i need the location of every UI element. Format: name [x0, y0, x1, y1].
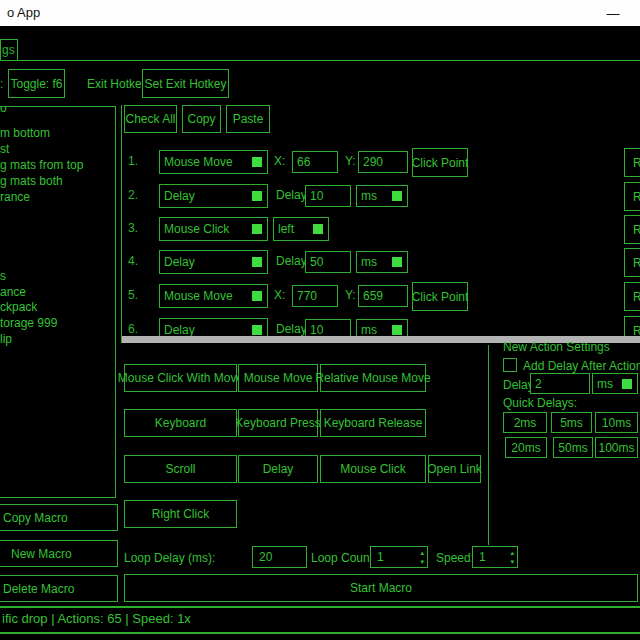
quick-delay-2ms-button[interactable]: 2ms — [503, 412, 547, 433]
dropdown-arrow-icon — [252, 224, 262, 234]
loop-count-label: Loop Count: — [311, 551, 376, 565]
quick-delay-50ms-button[interactable]: 50ms — [553, 437, 593, 458]
speed-stepper[interactable]: 1 ▴ ▾ — [472, 546, 518, 568]
action-type-value: Delay — [164, 255, 195, 269]
macro-list-item[interactable]: rance — [0, 190, 30, 205]
action-type-value: Mouse Click — [164, 222, 229, 236]
macro-listbox[interactable]: o m bottom st g mats from top g mats bot… — [0, 106, 116, 498]
click-point-button[interactable]: Click Point — [412, 148, 468, 177]
click-button-select[interactable]: left — [273, 217, 329, 241]
macro-list-item[interactable]: torage 999 — [0, 316, 57, 331]
macro-list-item[interactable]: g mats from top — [0, 158, 83, 173]
macro-list-item[interactable]: g mats both — [0, 174, 63, 189]
delay-unit-select[interactable]: ms — [356, 185, 408, 207]
macro-list-item[interactable]: ance — [0, 285, 26, 300]
dropdown-arrow-icon — [252, 157, 262, 167]
title-bar: o App — — [0, 0, 640, 26]
minimize-icon[interactable]: — — [600, 0, 626, 26]
actions-list[interactable]: 1. Mouse Move X: Y: Click Point R 2. Del… — [121, 140, 640, 337]
delete-macro-button[interactable]: Delete Macro — [0, 575, 118, 602]
delay-value-input[interactable] — [305, 319, 351, 337]
copy-macro-button[interactable]: Copy Macro — [0, 504, 118, 531]
quick-delay-5ms-button[interactable]: 5ms — [551, 412, 592, 433]
add-open-link-button[interactable]: Open Link — [428, 455, 481, 483]
quick-delay-100ms-button[interactable]: 100ms — [595, 437, 638, 458]
action-row: 1. Mouse Move X: Y: Click Point R — [121, 148, 640, 177]
loop-count-stepper[interactable]: 1 ▴ ▾ — [370, 546, 428, 568]
add-right-click-button[interactable]: Right Click — [124, 500, 237, 528]
action-row: 5. Mouse Move X: Y: Click Point R — [121, 282, 640, 311]
remove-action-button[interactable]: R — [624, 248, 640, 277]
macro-list-item[interactable]: s — [0, 269, 6, 284]
macro-list-item[interactable]: lip — [0, 332, 12, 347]
delay-value-input[interactable] — [305, 185, 351, 207]
hotkey-label-fragment: : — [0, 77, 3, 91]
loop-delay-input[interactable] — [252, 546, 307, 568]
y-coordinate-input[interactable] — [358, 151, 408, 173]
status-bar-bottom-border — [0, 632, 640, 634]
delay-unit-select[interactable]: ms — [356, 319, 408, 337]
dropdown-arrow-icon — [392, 191, 402, 201]
new-macro-button[interactable]: New Macro — [0, 540, 118, 567]
action-type-select[interactable]: Mouse Move — [159, 284, 268, 308]
tab-settings[interactable]: gs — [0, 39, 18, 60]
add-mouse-click-with-move-button[interactable]: Mouse Click With Move — [124, 364, 237, 392]
spin-down-icon[interactable]: ▾ — [420, 557, 424, 566]
y-coordinate-input[interactable] — [358, 285, 408, 307]
add-mouse-move-button[interactable]: Mouse Move — [238, 364, 318, 392]
add-scroll-button[interactable]: Scroll — [124, 455, 237, 483]
action-row: 6. Delay Delay ms R — [121, 316, 640, 337]
delay-unit-select[interactable]: ms — [356, 251, 408, 273]
macro-list-item[interactable]: st — [0, 142, 9, 157]
new-delay-input[interactable] — [530, 373, 590, 394]
x-coordinate-input[interactable] — [292, 151, 338, 173]
remove-action-button[interactable]: R — [624, 282, 640, 311]
action-type-select[interactable]: Mouse Click — [159, 217, 268, 241]
add-mouse-click-button[interactable]: Mouse Click — [320, 455, 426, 483]
action-type-select[interactable]: Delay — [159, 250, 268, 274]
action-number: 5. — [128, 288, 138, 302]
action-type-select[interactable]: Mouse Move — [159, 150, 268, 174]
delay-unit-value: ms — [361, 323, 377, 337]
macro-list-item[interactable]: ckpack — [0, 300, 37, 315]
new-delay-unit-select[interactable]: ms — [592, 373, 638, 394]
add-relative-mouse-move-button[interactable]: Relative Mouse Move — [320, 364, 426, 392]
add-keyboard-press-button[interactable]: Keyboard Press — [238, 409, 318, 437]
set-exit-hotkey-button[interactable]: Set Exit Hotkey — [142, 69, 229, 98]
paste-actions-button[interactable]: Paste — [226, 105, 270, 133]
check-all-button[interactable]: Check All — [124, 105, 177, 133]
start-macro-button[interactable]: Start Macro — [124, 574, 638, 602]
quick-delay-10ms-button[interactable]: 10ms — [595, 412, 638, 433]
remove-action-button[interactable]: R — [624, 182, 640, 211]
add-delay-checkbox[interactable] — [503, 358, 517, 372]
toggle-hotkey-button[interactable]: Toggle: f6 — [8, 69, 65, 98]
add-delay-button[interactable]: Delay — [238, 455, 318, 483]
delay-value-input[interactable] — [305, 251, 351, 273]
loop-count-value: 1 — [377, 550, 384, 564]
spin-up-icon[interactable]: ▴ — [510, 548, 514, 557]
status-bar-top-border — [0, 606, 640, 608]
spin-up-icon[interactable]: ▴ — [420, 548, 424, 557]
remove-action-button[interactable]: R — [624, 215, 640, 244]
remove-action-button[interactable]: R — [624, 148, 640, 177]
delay-label: Delay — [276, 322, 307, 336]
macro-list-item[interactable]: m bottom — [0, 126, 50, 141]
x-coordinate-input[interactable] — [292, 285, 338, 307]
macro-list-item[interactable]: o — [0, 106, 7, 116]
quick-delay-20ms-button[interactable]: 20ms — [505, 437, 547, 458]
add-delay-label: Add Delay After Action — [523, 359, 640, 373]
quick-delays-label: Quick Delays: — [503, 396, 577, 410]
dropdown-arrow-icon — [392, 257, 402, 267]
add-keyboard-release-button[interactable]: Keyboard Release — [320, 409, 426, 437]
add-keyboard-button[interactable]: Keyboard — [124, 409, 237, 437]
spin-down-icon[interactable]: ▾ — [510, 557, 514, 566]
copy-actions-button[interactable]: Copy — [182, 105, 221, 133]
click-point-button[interactable]: Click Point — [412, 282, 468, 311]
settings-panel-divider — [488, 345, 489, 545]
action-type-select[interactable]: Delay — [159, 318, 268, 337]
status-bar-text: ific drop | Actions: 65 | Speed: 1x — [2, 611, 191, 626]
y-label: Y: — [345, 288, 356, 302]
remove-action-button[interactable]: R — [624, 316, 640, 337]
action-type-select[interactable]: Delay — [159, 184, 268, 208]
action-row: 3. Mouse Click left R — [121, 215, 640, 244]
